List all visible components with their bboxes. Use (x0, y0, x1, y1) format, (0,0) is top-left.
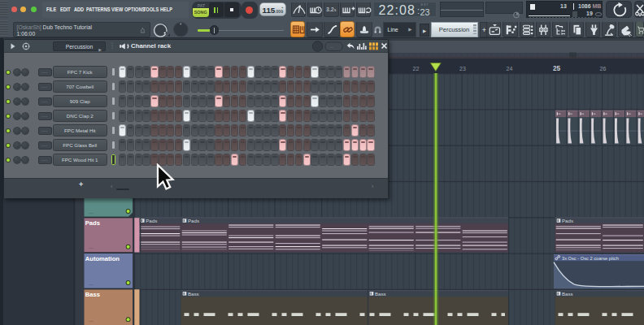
svg-text:24: 24 (507, 66, 513, 72)
svg-text:22: 22 (413, 66, 420, 72)
svg-text:25: 25 (553, 65, 561, 72)
svg-text:Bass: Bass (375, 291, 386, 297)
svg-text:Bass: Bass (85, 291, 100, 298)
svg-text:...: ... (89, 245, 94, 249)
svg-text:Bass: Bass (188, 291, 199, 297)
svg-text:Pads: Pads (146, 218, 157, 223)
svg-text:...: ... (89, 210, 94, 214)
svg-text:3x Osc - Osc 2 coarse pitch: 3x Osc - Osc 2 coarse pitch (562, 256, 619, 261)
svg-text:...: ... (89, 281, 94, 286)
svg-text:Pads: Pads (85, 219, 100, 227)
svg-text:Automation: Automation (85, 255, 120, 262)
svg-text:Bass: Bass (562, 291, 573, 297)
svg-text:Pads: Pads (562, 218, 573, 223)
svg-text:--: -- (330, 45, 333, 50)
svg-text:...: ... (89, 318, 94, 323)
svg-text:23: 23 (459, 66, 466, 72)
svg-text:26: 26 (600, 66, 607, 72)
svg-text:Pads: Pads (188, 218, 199, 223)
